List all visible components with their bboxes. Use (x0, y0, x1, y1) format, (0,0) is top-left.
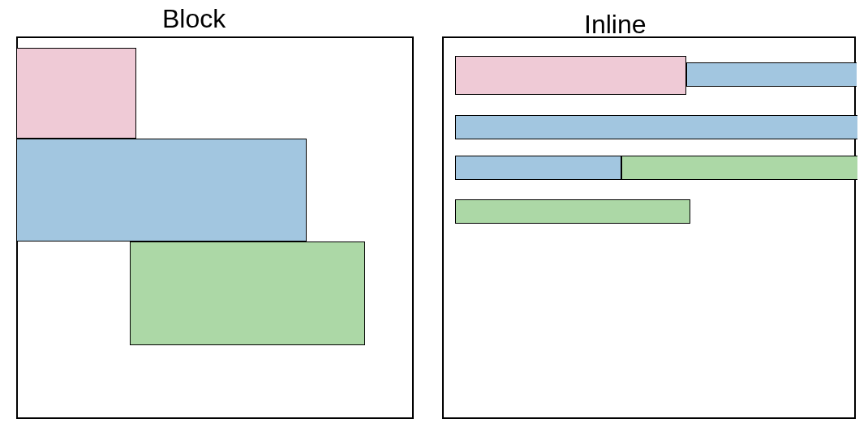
inline-box-green-segment-2 (455, 199, 690, 224)
inline-box-pink (455, 56, 686, 95)
block-box-green (130, 242, 365, 345)
block-layout-panel (16, 36, 414, 419)
inline-box-blue-segment-2 (455, 115, 857, 139)
inline-box-blue-segment-3 (455, 156, 621, 180)
block-box-pink (16, 48, 136, 139)
inline-panel-title: Inline (584, 10, 647, 40)
inline-layout-panel (442, 36, 856, 419)
inline-box-green-segment-1 (621, 156, 857, 180)
block-panel-title: Block (162, 4, 226, 34)
inline-box-blue-segment-1 (686, 62, 857, 87)
block-box-blue (16, 139, 307, 242)
